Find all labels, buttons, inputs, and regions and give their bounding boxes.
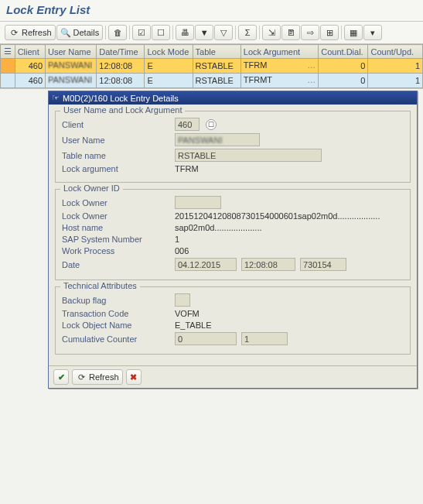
group-lock-owner-id: Lock Owner ID Lock Owner Lock Owner 2015… [55,189,411,280]
col-datetime[interactable]: Date/Time [97,45,145,59]
group-user-lock-argument: User Name and Lock Argument Client 460 ☐… [55,111,411,183]
toolbar-separator [235,26,236,39]
refresh-button[interactable]: ⟳ Refresh [5,25,56,40]
cell-client: 460 [15,59,45,74]
dialog-title: M0D(2)/160 Lock Entry Details [63,94,179,103]
page-title: Lock Entry List [0,0,423,22]
send-button[interactable]: ⇨ [301,25,319,40]
field-time: 12:08:08 [241,258,295,271]
filter-clear-icon: ▽ [218,27,229,38]
col-table[interactable]: Table [193,45,240,59]
label-lock-argument: Lock argument [62,164,170,173]
lock-entries-table: ☰ Client User Name Date/Time Lock Mode T… [0,44,423,88]
cell-client: 460 [15,74,45,88]
field-table-name: RSTABLE [175,149,322,162]
value-lock-owner-2: 20151204120808730154000601sap02m0d......… [175,211,380,221]
refresh-icon: ⟳ [9,27,19,38]
refresh-button-label: Refresh [22,28,52,37]
print-button[interactable]: 🖶 [176,25,194,40]
toolbar-separator [129,26,130,39]
sum-icon: Σ [242,27,253,38]
file-icon: 🖹 [285,27,296,38]
filter-delete-button[interactable]: ▽ [214,25,233,40]
group-legend: User Name and Lock Argument [60,105,185,115]
value-sap-system-number: 1 [175,235,179,244]
label-user-name: User Name [62,135,170,145]
col-upd[interactable]: Count/Upd. [368,45,423,59]
print-icon: 🖶 [179,27,190,38]
cancel-button[interactable]: ✖ [126,369,142,385]
sum-button[interactable]: Σ [238,25,257,40]
dialog-footer: ✔ ⟳ Refresh ✖ [49,365,417,388]
close-icon: ✖ [130,372,138,382]
label-work-process: Work Process [62,246,170,255]
label-cumulative-counter: Cumulative Counter [62,334,170,344]
details-button[interactable]: 🔍 Details [56,25,104,40]
cell-upd: 1 [368,74,423,88]
cell-upd: 1 [368,59,423,74]
layout-icon: ▦ [348,27,359,38]
col-mode[interactable]: Lock Mode [145,45,193,59]
ok-button[interactable]: ✔ [53,369,69,385]
dialog-refresh-label: Refresh [89,372,119,382]
filter-button[interactable]: ▼ [195,25,213,40]
local-file-button[interactable]: 🖹 [281,25,300,40]
cell-mode: E [145,59,193,74]
toolbar-separator [105,26,106,39]
label-client: Client [62,120,170,129]
value-lock-object-name: E_TABLE [175,321,212,330]
cell-user: PANSWANI [46,59,97,74]
field-date: 04.12.2015 [175,258,237,271]
value-lock-argument: TFRM [175,164,199,173]
filter-icon: ▼ [199,27,210,38]
export-button[interactable]: ⇲ [262,25,281,40]
label-date: Date [62,260,170,269]
refresh-icon: ⟳ [76,372,87,382]
deselect-all-icon: ☐ [155,27,166,38]
select-all-button[interactable]: ☑ [132,25,151,40]
label-host-name: Host name [62,223,170,232]
cell-arg: TFRM … [240,59,318,74]
table-row[interactable]: 460 PANSWANI 12:08:08 E RSTABLE TFRM … 0… [1,59,423,74]
col-selector[interactable]: ☰ [1,45,15,59]
app-toolbar: ⟳ Refresh 🔍 Details 🗑 ☑ ☐ 🖶 ▼ ▽ Σ ⇲ 🖹 ⇨ … [0,22,423,44]
col-client[interactable]: Client [15,45,45,59]
cell-datetime: 12:08:08 [97,74,145,88]
deselect-all-button[interactable]: ☐ [152,25,170,40]
toolbar-separator [259,26,260,39]
layout-dropdown-button[interactable]: ▾ [363,25,382,40]
cell-mode: E [145,74,193,88]
export-icon: ⇲ [266,27,277,38]
row-selector[interactable] [1,59,15,74]
col-arg[interactable]: Lock Argument [240,45,318,59]
delete-button[interactable]: 🗑 [108,25,127,40]
field-backup-flag [175,293,190,307]
details-icon: 🔍 [60,27,71,38]
value-host-name: sap02m0d.................... [175,223,262,232]
value-transaction-code: VOFM [175,309,200,318]
dialog-icon: ☞ [52,93,60,103]
field-client: 460 [175,118,200,131]
label-lock-owner-2: Lock Owner [62,211,170,221]
lock-entries-grid: ☰ Client User Name Date/Time Lock Mode T… [0,44,423,89]
col-user[interactable]: User Name [46,45,97,59]
field-cum-2: 1 [241,332,288,345]
group-legend: Technical Attributes [60,281,140,290]
layout-button[interactable]: ▦ [344,25,363,40]
col-dial[interactable]: Count.Dial. [319,45,368,59]
spreadsheet-button[interactable]: ⊞ [320,25,339,40]
dialog-title-bar[interactable]: ☞ M0D(2)/160 Lock Entry Details [49,91,417,105]
check-icon: ✔ [57,372,65,382]
cell-dial: 0 [319,74,368,88]
row-selector[interactable] [1,74,15,88]
label-transaction-code: Transaction Code [62,309,170,318]
field-cum-1: 0 [175,332,237,345]
details-button-label: Details [73,28,100,37]
cell-table: RSTABLE [193,74,240,88]
f4-help-icon[interactable]: ☐ [206,119,217,130]
table-row[interactable]: 460 PANSWANI 12:08:08 E RSTABLE TFRMT … … [1,74,423,88]
toolbar-separator [341,26,342,39]
label-lock-object-name: Lock Object Name [62,321,170,330]
cell-dial: 0 [319,59,368,74]
dialog-refresh-button[interactable]: ⟳ Refresh [72,369,123,385]
